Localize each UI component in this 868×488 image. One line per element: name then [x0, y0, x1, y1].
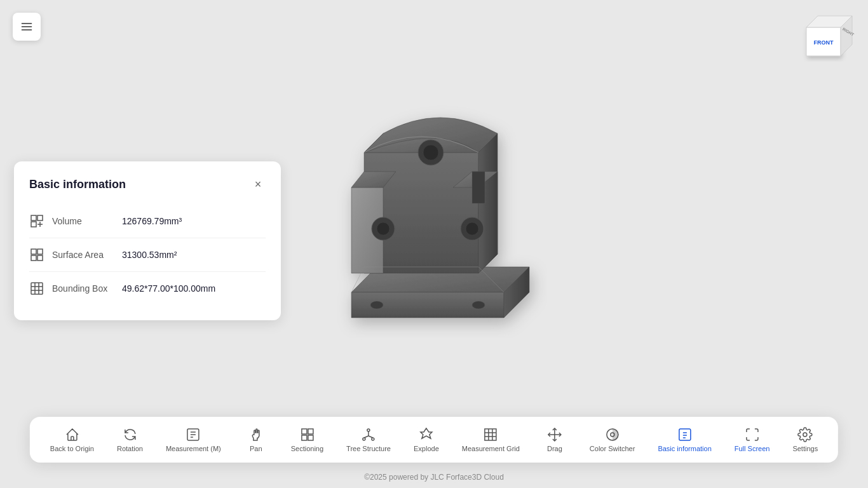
toolbar-tree-structure[interactable]: Tree Structure — [336, 422, 401, 458]
explode-label: Explode — [414, 445, 439, 452]
svg-point-53 — [372, 438, 374, 440]
svg-point-51 — [367, 429, 370, 431]
toolbar-drag[interactable]: Drag — [532, 422, 577, 458]
svg-rect-10 — [37, 215, 43, 220]
svg-point-40 — [472, 301, 485, 309]
svg-rect-13 — [31, 249, 36, 254]
toolbar-measurement-grid[interactable]: Measurement Grid — [452, 422, 530, 458]
surface-area-icon — [29, 247, 44, 262]
svg-rect-38 — [472, 172, 485, 203]
footer-text: ©2025 powered by JLC Forface3D Cloud — [364, 473, 504, 482]
svg-point-52 — [363, 438, 365, 440]
svg-point-39 — [370, 301, 383, 309]
volume-label: Volume — [52, 216, 122, 226]
back-to-origin-label: Back to Origin — [50, 445, 94, 452]
svg-rect-64 — [679, 429, 691, 440]
svg-rect-48 — [308, 429, 313, 434]
svg-rect-9 — [31, 222, 36, 227]
svg-rect-57 — [485, 429, 496, 440]
measurement-label: Measurement (M) — [166, 445, 221, 452]
svg-point-68 — [803, 433, 807, 437]
info-panel-close-button[interactable]: × — [250, 177, 266, 192]
bounding-box-icon — [29, 281, 44, 296]
toolbar-rotation[interactable]: Rotation — [107, 422, 153, 458]
full-screen-label: Full Screen — [735, 445, 770, 452]
color-switcher-label: Color Switcher — [590, 445, 635, 452]
bounding-box-value: 49.62*77.00*100.00mm — [122, 283, 215, 294]
svg-rect-16 — [37, 255, 43, 261]
svg-rect-49 — [301, 435, 306, 440]
svg-rect-50 — [308, 435, 313, 440]
svg-text:FRONT: FRONT — [814, 39, 834, 46]
toolbar: Back to Origin Rotation Measurement (M) … — [30, 417, 838, 463]
toolbar-full-screen[interactable]: Full Screen — [724, 422, 780, 458]
surface-area-row: Surface Area 31300.53mm² — [29, 238, 266, 272]
volume-row: Volume 126769.79mm³ — [29, 205, 266, 238]
svg-line-56 — [369, 436, 373, 438]
svg-point-37 — [423, 145, 438, 160]
svg-rect-47 — [301, 429, 306, 434]
sectioning-label: Sectioning — [291, 445, 323, 452]
svg-rect-14 — [31, 255, 36, 261]
toolbar-explode[interactable]: Explode — [403, 422, 449, 458]
3d-model — [307, 76, 561, 343]
svg-point-35 — [466, 222, 478, 235]
rotation-label: Rotation — [117, 445, 143, 452]
svg-line-55 — [364, 436, 369, 438]
toolbar-color-switcher[interactable]: Color Switcher — [580, 422, 646, 458]
svg-point-33 — [377, 222, 390, 235]
measurement-grid-label: Measurement Grid — [462, 445, 520, 452]
svg-rect-17 — [31, 283, 43, 294]
drag-label: Drag — [547, 445, 562, 452]
toolbar-sectioning[interactable]: Sectioning — [281, 422, 334, 458]
menu-button[interactable] — [13, 13, 41, 41]
toolbar-pan[interactable]: Pan — [234, 422, 278, 458]
surface-area-value: 31300.53mm² — [122, 250, 177, 260]
info-panel: Basic information × Volume 126769.79mm³ — [14, 161, 281, 320]
toolbar-basic-information[interactable]: Basic information — [648, 422, 721, 458]
basic-information-label: Basic information — [658, 445, 711, 452]
toolbar-settings[interactable]: Settings — [782, 422, 828, 458]
svg-rect-15 — [37, 249, 43, 254]
settings-label: Settings — [792, 445, 818, 452]
volume-icon — [29, 214, 44, 229]
toolbar-measurement[interactable]: Measurement (M) — [156, 422, 231, 458]
surface-area-label: Surface Area — [52, 250, 122, 260]
toolbar-back-to-origin[interactable]: Back to Origin — [40, 422, 104, 458]
view-cube[interactable]: FRONT RIGHT — [801, 10, 858, 67]
svg-rect-8 — [31, 215, 36, 220]
pan-label: Pan — [250, 445, 262, 452]
tree-structure-label: Tree Structure — [346, 445, 391, 452]
bounding-box-label: Bounding Box — [52, 283, 122, 294]
info-panel-title: Basic information — [29, 178, 126, 191]
volume-value: 126769.79mm³ — [122, 216, 182, 226]
bounding-box-row: Bounding Box 49.62*77.00*100.00mm — [29, 272, 266, 305]
